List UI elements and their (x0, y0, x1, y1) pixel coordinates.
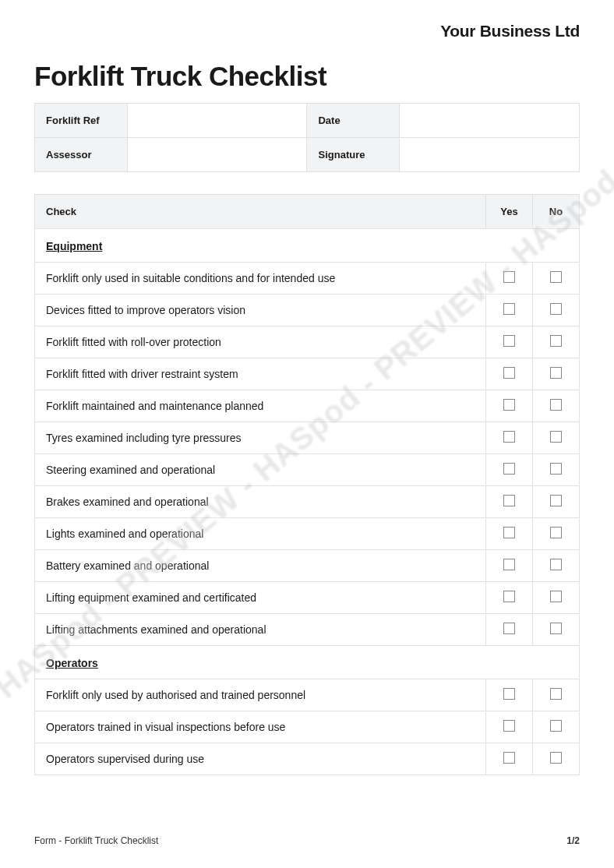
yes-checkbox[interactable] (503, 367, 515, 379)
yes-cell (486, 454, 533, 486)
check-item-text: Lifting equipment examined and certifica… (35, 582, 486, 614)
signature-field[interactable] (400, 138, 580, 172)
forklift-ref-label: Forklift Ref (35, 104, 128, 138)
checklist-row: Steering examined and operational (35, 454, 580, 486)
checklist-row: Lifting equipment examined and certifica… (35, 582, 580, 614)
check-item-text: Forklift fitted with driver restraint sy… (35, 358, 486, 390)
yes-checkbox[interactable] (503, 399, 515, 411)
yes-checkbox[interactable] (503, 559, 515, 570)
no-cell (533, 518, 580, 550)
assessor-field[interactable] (127, 138, 307, 172)
no-checkbox[interactable] (550, 271, 562, 283)
no-cell (533, 679, 580, 711)
check-item-text: Steering examined and operational (35, 454, 486, 486)
yes-checkbox[interactable] (503, 463, 515, 475)
check-item-text: Brakes examined and operational (35, 486, 486, 518)
footer-form-name: Form - Forklift Truck Checklist (34, 835, 158, 846)
no-checkbox[interactable] (550, 495, 562, 506)
no-cell (533, 422, 580, 454)
check-item-text: Operators trained in visual inspections … (35, 711, 486, 743)
no-checkbox[interactable] (550, 527, 562, 538)
no-checkbox[interactable] (550, 431, 562, 443)
checklist-row: Forklift maintained and maintenance plan… (35, 390, 580, 422)
no-cell (533, 614, 580, 646)
date-label: Date (307, 104, 400, 138)
check-item-text: Battery examined and operational (35, 550, 486, 582)
checklist-row: Lifting attachments examined and operati… (35, 614, 580, 646)
no-checkbox[interactable] (550, 720, 562, 732)
checklist-row: Forklift only used by authorised and tra… (35, 679, 580, 711)
no-cell (533, 263, 580, 295)
checklist-row: Operators supervised during use (35, 743, 580, 775)
checklist-row: Operators trained in visual inspections … (35, 711, 580, 743)
yes-checkbox[interactable] (503, 527, 515, 538)
checklist-row: Brakes examined and operational (35, 486, 580, 518)
no-cell (533, 295, 580, 326)
yes-column-header: Yes (486, 195, 533, 229)
yes-checkbox[interactable] (503, 591, 515, 602)
yes-cell (486, 422, 533, 454)
checklist-row: Forklift only used in suitable condition… (35, 263, 580, 295)
date-field[interactable] (400, 104, 580, 138)
no-checkbox[interactable] (550, 688, 562, 700)
no-checkbox[interactable] (550, 591, 562, 602)
section-heading-row: Equipment (35, 229, 580, 263)
check-item-text: Devices fitted to improve operators visi… (35, 295, 486, 326)
no-column-header: No (533, 195, 580, 229)
no-checkbox[interactable] (550, 752, 562, 764)
check-item-text: Lights examined and operational (35, 518, 486, 550)
check-item-text: Operators supervised during use (35, 743, 486, 775)
business-name: Your Business Ltd (34, 22, 580, 41)
checklist-row: Devices fitted to improve operators visi… (35, 295, 580, 326)
document-page: Your Business Ltd Forklift Truck Checkli… (0, 0, 614, 868)
info-row: Assessor Signature (35, 138, 580, 172)
yes-cell (486, 263, 533, 295)
yes-checkbox[interactable] (503, 688, 515, 700)
no-cell (533, 390, 580, 422)
no-checkbox[interactable] (550, 335, 562, 347)
no-checkbox[interactable] (550, 623, 562, 634)
yes-cell (486, 679, 533, 711)
forklift-ref-field[interactable] (127, 104, 307, 138)
checklist-header-row: Check Yes No (35, 195, 580, 229)
yes-checkbox[interactable] (503, 303, 515, 315)
checklist-row: Forklift fitted with driver restraint sy… (35, 358, 580, 390)
no-checkbox[interactable] (550, 399, 562, 411)
yes-checkbox[interactable] (503, 431, 515, 443)
no-checkbox[interactable] (550, 367, 562, 379)
check-item-text: Forklift only used in suitable condition… (35, 263, 486, 295)
yes-checkbox[interactable] (503, 495, 515, 506)
yes-checkbox[interactable] (503, 271, 515, 283)
yes-checkbox[interactable] (503, 720, 515, 732)
info-row: Forklift Ref Date (35, 104, 580, 138)
checklist-table: Check Yes No EquipmentForklift only used… (34, 194, 580, 775)
section-heading: Equipment (35, 229, 580, 263)
yes-cell (486, 582, 533, 614)
no-checkbox[interactable] (550, 559, 562, 570)
yes-cell (486, 486, 533, 518)
no-cell (533, 358, 580, 390)
yes-checkbox[interactable] (503, 752, 515, 764)
signature-label: Signature (307, 138, 400, 172)
checklist-row: Lights examined and operational (35, 518, 580, 550)
no-cell (533, 582, 580, 614)
section-heading: Operators (35, 646, 580, 679)
section-heading-row: Operators (35, 646, 580, 679)
check-item-text: Tyres examined including tyre pressures (35, 422, 486, 454)
no-cell (533, 454, 580, 486)
yes-cell (486, 550, 533, 582)
yes-checkbox[interactable] (503, 623, 515, 634)
no-cell (533, 743, 580, 775)
check-column-header: Check (35, 195, 486, 229)
no-checkbox[interactable] (550, 303, 562, 315)
no-cell (533, 711, 580, 743)
yes-checkbox[interactable] (503, 335, 515, 347)
no-cell (533, 326, 580, 358)
check-item-text: Forklift fitted with roll-over protectio… (35, 326, 486, 358)
checklist-row: Tyres examined including tyre pressures (35, 422, 580, 454)
yes-cell (486, 614, 533, 646)
info-table: Forklift Ref Date Assessor Signature (34, 103, 580, 172)
yes-cell (486, 711, 533, 743)
no-checkbox[interactable] (550, 463, 562, 475)
assessor-label: Assessor (35, 138, 128, 172)
